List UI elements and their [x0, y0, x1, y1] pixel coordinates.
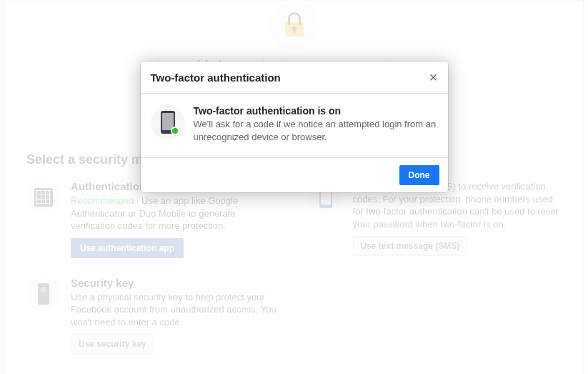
phone-check-icon: [151, 105, 185, 139]
two-factor-modal: Two-factor authentication × Two-factor a…: [141, 61, 448, 192]
modal-text: We'll ask for a code if we notice an att…: [194, 118, 438, 143]
modal-header: Two-factor authentication ×: [141, 61, 448, 94]
modal-heading: Two-factor authentication is on: [194, 105, 438, 117]
modal-title: Two-factor authentication: [151, 72, 281, 84]
modal-body: Two-factor authentication is on We'll as…: [141, 94, 448, 158]
done-button[interactable]: Done: [399, 165, 439, 185]
modal-overlay: Two-factor authentication × Two-factor a…: [0, 0, 588, 374]
close-icon[interactable]: ×: [429, 70, 438, 84]
modal-footer: Done: [141, 158, 448, 192]
